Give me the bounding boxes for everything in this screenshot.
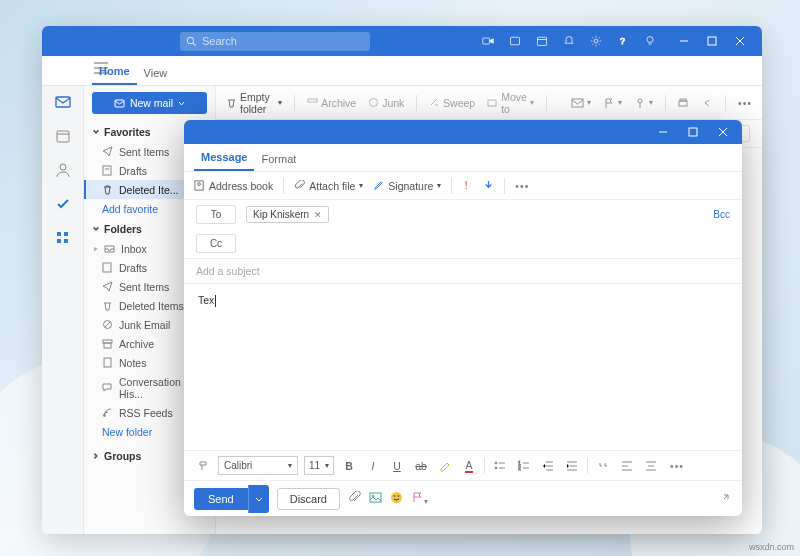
svg-rect-3 (510, 37, 519, 45)
svg-text:2: 2 (518, 465, 521, 471)
outdent-button[interactable] (539, 460, 557, 472)
highlight-button[interactable] (436, 460, 454, 472)
emoji-icon[interactable] (390, 491, 403, 507)
bullets-button[interactable] (491, 460, 509, 472)
svg-point-50 (198, 183, 201, 186)
flag-button[interactable]: ▾ (603, 97, 622, 109)
svg-text:?: ? (620, 36, 625, 46)
cc-button[interactable]: Cc (196, 234, 236, 253)
send-dropdown-button[interactable] (248, 485, 269, 513)
search-input[interactable]: Search (180, 32, 370, 51)
discard-button[interactable]: Discard (277, 488, 340, 510)
svg-point-74 (391, 492, 402, 503)
numbering-button[interactable]: 12 (515, 460, 533, 472)
compose-maximize-button[interactable] (678, 120, 708, 144)
font-family-select[interactable]: Calibri▾ (218, 456, 298, 475)
compose-minimize-button[interactable] (648, 120, 678, 144)
indent-button[interactable] (563, 460, 581, 472)
maximize-button[interactable] (698, 28, 726, 54)
strike-button[interactable]: ab (412, 460, 430, 472)
remove-recipient-icon[interactable]: ✕ (314, 210, 322, 220)
read-unread-button[interactable]: ▾ (571, 96, 591, 109)
svg-rect-4 (537, 37, 546, 45)
to-field-row: To Kip Kniskern✕ Bcc (184, 200, 742, 229)
meet-now-icon[interactable] (481, 35, 494, 48)
compose-close-button[interactable] (708, 120, 738, 144)
tips-icon[interactable] (643, 35, 656, 48)
importance-high-button[interactable]: ! (462, 180, 473, 191)
svg-rect-29 (103, 263, 111, 272)
app-rail (42, 86, 84, 534)
expand-icon[interactable] (720, 491, 732, 506)
bold-button[interactable]: B (340, 460, 358, 472)
underline-button[interactable]: U (388, 460, 406, 472)
svg-text:!: ! (465, 180, 468, 191)
svg-point-40 (638, 99, 642, 103)
picture-icon[interactable] (369, 491, 382, 507)
address-book-button[interactable]: Address book (194, 180, 273, 192)
archive-button[interactable]: Archive (307, 97, 356, 109)
empty-folder-button[interactable]: Empty folder▾ (226, 91, 282, 115)
compose-titlebar (184, 120, 742, 144)
tab-view[interactable]: View (137, 60, 175, 85)
mail-app-icon[interactable] (53, 92, 73, 112)
moveto-button[interactable]: Move to▾ (487, 91, 534, 115)
send-bar: Send Discard ▾ (184, 480, 742, 516)
help-icon[interactable]: ? (616, 35, 629, 48)
print-button[interactable] (677, 97, 689, 109)
teams-icon[interactable] (508, 35, 521, 48)
tab-message[interactable]: Message (194, 144, 254, 171)
svg-point-75 (394, 495, 396, 497)
pin-button[interactable]: ▾ (634, 97, 653, 109)
font-color-button[interactable]: A (460, 459, 478, 473)
more-button[interactable]: ••• (738, 97, 752, 109)
new-mail-label: New mail (130, 97, 173, 109)
title-bar: Search ? (42, 26, 762, 56)
calendar-app-icon[interactable] (53, 126, 73, 146)
compose-toolbar: Address book Attach file▾ Signature▾ ! •… (184, 172, 742, 200)
align-center-button[interactable] (642, 460, 660, 472)
attach-file-button[interactable]: Attach file▾ (294, 180, 363, 192)
svg-rect-46 (689, 128, 697, 136)
close-button[interactable] (726, 28, 754, 54)
compose-window: Message Format Address book Attach file▾… (184, 120, 742, 516)
recipient-chip[interactable]: Kip Kniskern✕ (246, 206, 329, 223)
schedule-icon[interactable]: ▾ (411, 491, 428, 507)
svg-line-31 (105, 322, 110, 327)
format-painter-icon[interactable] (194, 460, 212, 472)
svg-rect-18 (57, 131, 69, 142)
svg-rect-39 (572, 99, 583, 107)
to-button[interactable]: To (196, 205, 236, 224)
undo-button[interactable] (701, 97, 713, 109)
format-more-button[interactable]: ••• (670, 460, 684, 472)
svg-point-0 (187, 37, 193, 43)
junk-button[interactable]: Junk (368, 97, 404, 109)
compose-tabs: Message Format (184, 144, 742, 172)
svg-point-52 (495, 462, 497, 464)
signature-button[interactable]: Signature▾ (373, 180, 441, 192)
send-button[interactable]: Send (194, 488, 248, 510)
attach-icon[interactable] (348, 491, 361, 507)
todo-app-icon[interactable] (53, 194, 73, 214)
compose-more-button[interactable]: ••• (515, 180, 529, 192)
quote-button[interactable] (594, 460, 612, 472)
minimize-button[interactable] (670, 28, 698, 54)
message-body-input[interactable]: Tex (184, 284, 742, 450)
tab-format[interactable]: Format (254, 146, 303, 171)
watermark: wsxdn.com (749, 542, 794, 552)
font-size-select[interactable]: 11▾ (304, 456, 334, 475)
calendar-appbar-icon[interactable] (535, 35, 548, 48)
align-left-button[interactable] (618, 460, 636, 472)
new-mail-button[interactable]: New mail (92, 92, 207, 114)
settings-icon[interactable] (589, 35, 602, 48)
subject-input[interactable]: Add a subject (184, 259, 742, 284)
italic-button[interactable]: I (364, 460, 382, 472)
people-app-icon[interactable] (53, 160, 73, 180)
nav-toggle-icon[interactable] (94, 62, 108, 76)
notifications-icon[interactable] (562, 35, 575, 48)
bcc-link[interactable]: Bcc (713, 209, 730, 220)
ribbon-tabs: Home View (42, 56, 762, 86)
sweep-button[interactable]: Sweep (429, 97, 475, 109)
more-app-icon[interactable] (53, 228, 73, 248)
importance-low-button[interactable] (483, 180, 494, 191)
